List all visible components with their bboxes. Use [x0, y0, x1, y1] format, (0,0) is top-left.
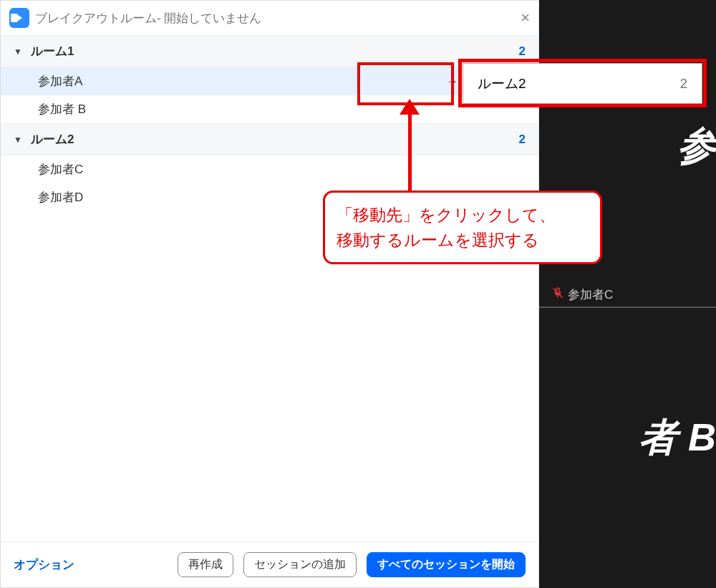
options-link[interactable]: オプション — [14, 556, 74, 573]
participant-label-text: 参加者C — [568, 286, 613, 303]
participant-row[interactable]: 参加者 B — [1, 95, 538, 123]
video-tile-label-fragment: 参 — [677, 120, 716, 173]
breakout-dialog: ブレイクアウトルーム- 開始していません × ▼ ルーム1 2 参加者A →] … — [0, 0, 539, 588]
callout-line1: 「移動先」をクリックして、 — [337, 203, 589, 228]
popup-room-option[interactable]: ルーム2 — [478, 74, 526, 93]
move-to-popup: ルーム2 2 — [463, 63, 702, 104]
participant-label: 参加者C — [552, 286, 613, 303]
callout-line2: 移動するルームを選択する — [337, 228, 589, 253]
room-name: ルーム1 — [31, 43, 74, 59]
participant-name: 参加者C — [38, 161, 83, 178]
recreate-button[interactable]: 再作成 — [178, 552, 233, 577]
rooms-list: ▼ ルーム1 2 参加者A →] 移動先 参加者 B ▼ ルーム2 2 参加者C… — [1, 35, 538, 541]
annotation-arrow — [408, 105, 412, 191]
mic-muted-icon — [552, 287, 563, 302]
move-icon: →] — [446, 74, 462, 89]
room-count: 2 — [519, 132, 526, 147]
room-header-2[interactable]: ▼ ルーム2 2 — [1, 123, 538, 155]
participant-row[interactable]: 参加者A →] 移動先 — [1, 67, 538, 95]
participant-name: 参加者D — [38, 189, 83, 206]
annotation-arrow-head — [400, 99, 420, 115]
room-name: ルーム2 — [31, 131, 74, 148]
chevron-down-icon: ▼ — [14, 47, 22, 57]
zoom-icon — [9, 8, 29, 28]
video-tile-label-fragment: 者 B — [639, 412, 716, 464]
titlebar: ブレイクアウトルーム- 開始していません × — [1, 1, 538, 35]
video-divider — [539, 307, 716, 308]
close-icon[interactable]: × — [521, 9, 530, 27]
dialog-footer: オプション 再作成 セッションの追加 すべてのセッションを開始 — [1, 541, 538, 587]
popup-room-count: 2 — [679, 76, 687, 92]
participant-name: 参加者 B — [38, 101, 86, 117]
start-all-button[interactable]: すべてのセッションを開始 — [367, 552, 526, 577]
annotation-callout: 「移動先」をクリックして、 移動するルームを選択する — [323, 191, 602, 264]
dialog-title: ブレイクアウトルーム- 開始していません — [35, 10, 261, 26]
participant-row[interactable]: 参加者C — [1, 155, 538, 183]
room-header-1[interactable]: ▼ ルーム1 2 — [1, 35, 538, 67]
room-count: 2 — [519, 44, 526, 59]
add-session-button[interactable]: セッションの追加 — [243, 552, 357, 577]
participant-name: 参加者A — [38, 73, 82, 90]
chevron-down-icon: ▼ — [14, 135, 22, 145]
